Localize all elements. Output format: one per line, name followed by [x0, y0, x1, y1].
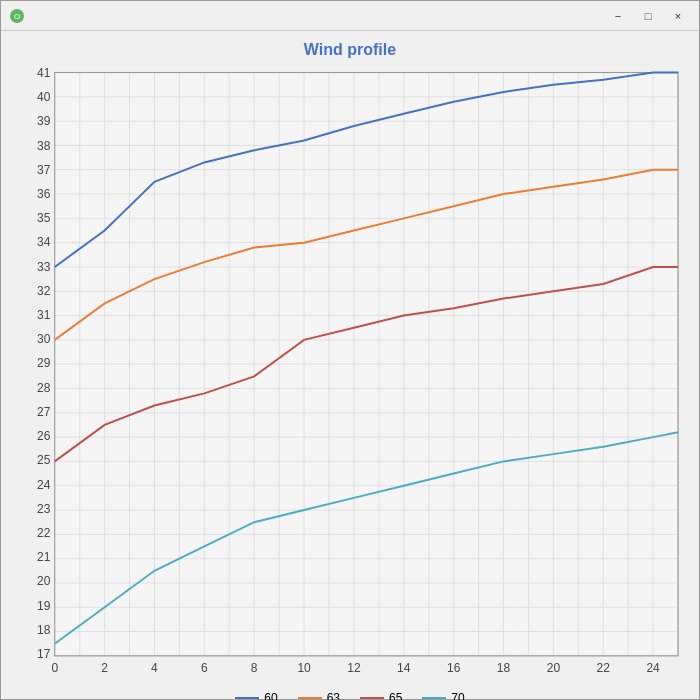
svg-text:O: O: [14, 12, 20, 21]
y-label-19: 19: [37, 599, 51, 613]
x-label-0: 0: [51, 661, 58, 675]
y-label-30: 30: [37, 332, 51, 346]
legend-item-63: 63: [298, 691, 340, 700]
y-label-25: 25: [37, 453, 51, 467]
x-label-14: 14: [397, 661, 411, 675]
x-label-24: 24: [646, 661, 660, 675]
legend-item-70: 70: [422, 691, 464, 700]
y-label-40: 40: [37, 90, 51, 104]
y-label-32: 32: [37, 284, 51, 298]
x-label-20: 20: [547, 661, 561, 675]
chart-area: 41 40 39 38 37 36 35 34 33 32 31 30 29 2…: [11, 67, 689, 683]
close-button[interactable]: ×: [665, 6, 691, 26]
y-label-22: 22: [37, 526, 51, 540]
chart-legend: 60 63 65 70: [11, 691, 689, 700]
legend-label-70: 70: [451, 691, 464, 700]
chart-container: Wind profile: [1, 31, 699, 700]
chart-title: Wind profile: [11, 41, 689, 59]
x-label-12: 12: [347, 661, 361, 675]
app-icon: O: [9, 8, 25, 24]
legend-line-63: [298, 697, 322, 699]
y-label-26: 26: [37, 429, 51, 443]
y-label-37: 37: [37, 163, 51, 177]
x-label-2: 2: [101, 661, 108, 675]
y-label-31: 31: [37, 308, 51, 322]
y-label-18: 18: [37, 623, 51, 637]
y-label-41: 41: [37, 67, 51, 80]
window-controls: − □ ×: [605, 6, 691, 26]
legend-line-60: [235, 697, 259, 699]
y-label-35: 35: [37, 211, 51, 225]
y-label-17: 17: [37, 647, 51, 661]
y-label-39: 39: [37, 114, 51, 128]
legend-line-70: [422, 697, 446, 699]
legend-line-65: [360, 697, 384, 699]
legend-label-63: 63: [327, 691, 340, 700]
y-label-21: 21: [37, 550, 51, 564]
legend-label-65: 65: [389, 691, 402, 700]
y-label-38: 38: [37, 139, 51, 153]
y-label-33: 33: [37, 260, 51, 274]
legend-item-65: 65: [360, 691, 402, 700]
y-label-28: 28: [37, 381, 51, 395]
legend-label-60: 60: [264, 691, 277, 700]
maximize-button[interactable]: □: [635, 6, 661, 26]
main-window: O − □ × Wind profile: [0, 0, 700, 700]
titlebar: O − □ ×: [1, 1, 699, 31]
legend-item-60: 60: [235, 691, 277, 700]
y-label-27: 27: [37, 405, 51, 419]
chart-svg: 41 40 39 38 37 36 35 34 33 32 31 30 29 2…: [11, 67, 689, 683]
minimize-button[interactable]: −: [605, 6, 631, 26]
x-label-4: 4: [151, 661, 158, 675]
y-label-36: 36: [37, 187, 51, 201]
x-label-22: 22: [597, 661, 611, 675]
x-label-8: 8: [251, 661, 258, 675]
y-label-23: 23: [37, 502, 51, 516]
x-label-16: 16: [447, 661, 461, 675]
y-label-34: 34: [37, 235, 51, 249]
y-label-20: 20: [37, 574, 51, 588]
x-label-6: 6: [201, 661, 208, 675]
y-label-29: 29: [37, 356, 51, 370]
x-label-10: 10: [297, 661, 311, 675]
x-label-18: 18: [497, 661, 511, 675]
y-label-24: 24: [37, 478, 51, 492]
